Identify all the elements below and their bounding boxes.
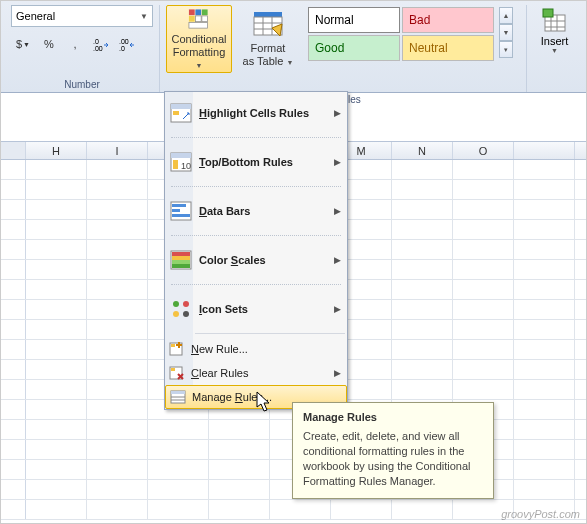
col-header[interactable]: O [453,142,514,159]
gallery-scroll: ▲ ▼ ▾ [499,7,513,58]
menu-label: Top/Bottom Rules [199,156,334,168]
ribbon: General ▼ $▼ % , .0.00 .00.0 Number [1,1,586,93]
manage-rules-icon [170,389,186,405]
svg-rect-37 [172,260,190,264]
svg-rect-46 [171,368,175,371]
menu-item-color-scales[interactable]: Color Scales ▶ [165,239,347,281]
col-header[interactable]: N [392,142,453,159]
tooltip: Manage Rules Create, edit, delete, and v… [292,402,494,499]
conditional-formatting-menu: Highlight Cells Rules ▶ 10 Top/Bottom Ru… [164,91,348,410]
chevron-down-icon: ▼ [286,59,293,66]
menu-item-highlight-cells[interactable]: Highlight Cells Rules ▶ [165,92,347,134]
submenu-arrow-icon: ▶ [334,206,341,216]
group-number: General ▼ $▼ % , .0.00 .00.0 Number [5,5,159,92]
menu-label: Color Scales [199,254,334,266]
group-label-number: Number [5,77,159,92]
menu-item-data-bars[interactable]: Data Bars ▶ [165,190,347,232]
group-cells: Insert ▼ [526,5,582,92]
svg-text:.00: .00 [119,38,129,45]
insert-button[interactable]: Insert ▼ [533,5,576,56]
svg-rect-35 [172,252,190,256]
label: as Table ▼ [243,55,294,67]
svg-rect-25 [173,111,179,115]
group-label-styles-fragment: les [348,94,361,105]
cell-styles-gallery[interactable]: Normal Bad Good Neutral [308,7,494,61]
increase-decimal-icon: .0.00 [93,37,109,51]
svg-rect-5 [195,9,201,15]
menu-label: Icon Sets [199,303,334,315]
svg-point-39 [173,301,179,307]
svg-rect-48 [171,391,185,394]
conditional-formatting-button[interactable]: Conditional Formatting ▼ [166,5,232,73]
conditional-formatting-icon [183,8,215,31]
svg-point-40 [183,301,189,307]
svg-rect-33 [172,214,190,217]
svg-rect-8 [195,16,201,22]
gallery-more-button[interactable]: ▾ [499,41,513,58]
submenu-arrow-icon: ▶ [334,108,341,118]
increase-decimal-button[interactable]: .0.00 [89,33,113,55]
label: Formatting ▼ [171,46,227,70]
comma-style-button[interactable]: , [63,33,87,55]
svg-text:.0: .0 [93,38,99,45]
menu-item-top-bottom[interactable]: 10 Top/Bottom Rules ▶ [165,141,347,183]
submenu-arrow-icon: ▶ [334,304,341,314]
decrease-decimal-icon: .00.0 [119,37,135,51]
highlight-cells-icon [169,101,193,125]
svg-rect-11 [254,12,282,17]
menu-label: New Rule... [191,343,341,355]
svg-rect-44 [171,344,175,347]
style-normal[interactable]: Normal [308,7,400,33]
accounting-format-button[interactable]: $▼ [11,33,35,55]
color-scales-icon [169,248,193,272]
svg-rect-22 [543,9,553,17]
style-neutral[interactable]: Neutral [402,35,494,61]
submenu-arrow-icon: ▶ [334,157,341,167]
top-bottom-icon: 10 [169,150,193,174]
svg-rect-32 [172,209,180,212]
svg-rect-7 [189,16,195,22]
number-format-combo[interactable]: General ▼ [11,5,153,27]
svg-rect-38 [172,264,190,268]
menu-label: Clear Rules [191,367,334,379]
col-header[interactable]: I [87,142,148,159]
clear-rules-icon [169,365,185,381]
col-header[interactable]: H [26,142,87,159]
percent-button[interactable]: % [37,33,61,55]
gallery-up-button[interactable]: ▲ [499,7,513,24]
menu-item-new-rule[interactable]: New Rule... [165,337,347,361]
svg-text:.0: .0 [119,45,125,51]
svg-rect-24 [171,104,191,109]
chevron-down-icon: ▼ [23,41,30,48]
style-good[interactable]: Good [308,35,400,61]
svg-rect-31 [172,204,186,207]
menu-label: Data Bars [199,205,334,217]
submenu-arrow-icon: ▶ [334,255,341,265]
svg-rect-6 [202,9,208,15]
number-format-value: General [16,10,55,22]
label: Insert [541,35,569,47]
data-bars-icon [169,199,193,223]
svg-rect-10 [189,22,208,28]
col-header[interactable] [514,142,575,159]
style-bad[interactable]: Bad [402,7,494,33]
group-styles: Conditional Formatting ▼ Format as Table… [159,5,526,92]
select-all-corner[interactable] [1,142,26,159]
menu-item-icon-sets[interactable]: Icon Sets ▶ [165,288,347,330]
format-as-table-button[interactable]: Format as Table ▼ [235,5,301,73]
chevron-down-icon: ▼ [551,47,558,54]
label: Conditional [171,33,226,45]
svg-rect-9 [202,16,208,22]
new-rule-icon [169,341,185,357]
label: Format [251,42,286,54]
svg-rect-4 [189,9,195,15]
decrease-decimal-button[interactable]: .00.0 [115,33,139,55]
tooltip-title: Manage Rules [303,411,483,423]
format-as-table-icon [252,8,284,40]
gallery-down-button[interactable]: ▼ [499,24,513,41]
svg-rect-36 [172,256,190,260]
chevron-down-icon: ▼ [140,12,148,21]
chevron-down-icon: ▼ [196,62,203,69]
menu-label: Highlight Cells Rules [199,107,334,119]
menu-item-clear-rules[interactable]: Clear Rules ▶ [165,361,347,385]
